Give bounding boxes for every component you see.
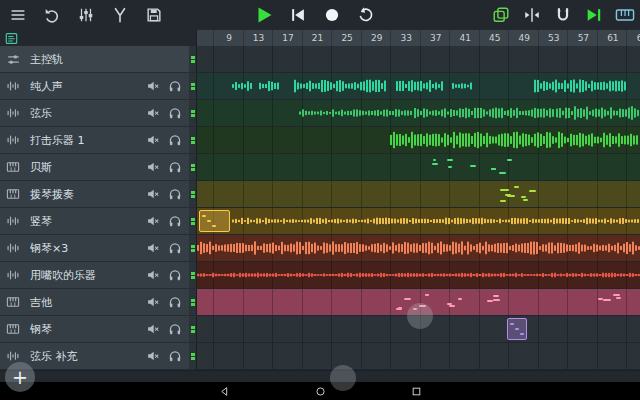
- audio-clip[interactable]: [396, 74, 445, 98]
- pattern-clip[interactable]: [507, 318, 527, 340]
- track-row: 用嘴吹的乐器: [0, 262, 640, 289]
- track-lane[interactable]: [197, 46, 640, 73]
- menu-icon[interactable]: [7, 4, 29, 26]
- monitor-button[interactable]: [164, 320, 186, 338]
- audio-clip[interactable]: [232, 74, 252, 98]
- midi-clip[interactable]: [419, 155, 534, 179]
- mute-button[interactable]: [142, 77, 164, 95]
- level-meter: [189, 127, 196, 153]
- monitor-button[interactable]: [164, 347, 186, 365]
- midi-note: [613, 294, 620, 296]
- mute-button[interactable]: [142, 239, 164, 257]
- monitor-button[interactable]: [164, 185, 186, 203]
- copy-icon[interactable]: [490, 4, 512, 26]
- tools-icon[interactable]: [109, 4, 131, 26]
- mute-button[interactable]: [142, 266, 164, 284]
- mixer-icon[interactable]: [75, 4, 97, 26]
- playlist-icon[interactable]: [5, 32, 18, 45]
- track-lane[interactable]: [197, 100, 640, 127]
- track-header[interactable]: 打击乐器 1: [0, 127, 197, 154]
- mute-button[interactable]: [142, 212, 164, 230]
- audio-clip[interactable]: [259, 74, 279, 98]
- monitor-button[interactable]: [164, 266, 186, 284]
- track-row: 吉他: [0, 289, 640, 316]
- mute-button[interactable]: [142, 131, 164, 149]
- piano-icon: [6, 186, 22, 202]
- midi-note: [499, 172, 506, 174]
- monitor-button[interactable]: [164, 104, 186, 122]
- track-lane[interactable]: [197, 235, 640, 262]
- track-lane[interactable]: [197, 154, 640, 181]
- audio-clip[interactable]: [299, 101, 414, 125]
- audio-clip[interactable]: [534, 74, 627, 98]
- level-meter: [189, 235, 196, 261]
- skip-start-icon[interactable]: [287, 4, 309, 26]
- track-name: 主控轨: [30, 52, 186, 67]
- pattern-clip[interactable]: [199, 210, 230, 232]
- audio-clip[interactable]: [390, 128, 640, 152]
- ruler-tick: 41: [456, 32, 474, 44]
- monitor-button[interactable]: [164, 131, 186, 149]
- track-header[interactable]: 纯人声: [0, 73, 197, 100]
- track-lane[interactable]: [197, 262, 640, 289]
- mute-button[interactable]: [142, 347, 164, 365]
- add-track-button[interactable]: +: [5, 362, 35, 392]
- record-icon[interactable]: [321, 4, 343, 26]
- midi-note: [404, 298, 411, 300]
- mute-button[interactable]: [142, 293, 164, 311]
- track-header[interactable]: 贝斯: [0, 154, 197, 181]
- midi-note: [433, 159, 436, 161]
- track-lane[interactable]: [197, 208, 640, 235]
- track-header[interactable]: 吉他: [0, 289, 197, 316]
- keyboard-icon[interactable]: [614, 4, 636, 26]
- mute-button[interactable]: [142, 185, 164, 203]
- track-lane[interactable]: [197, 73, 640, 100]
- save-icon[interactable]: [143, 4, 165, 26]
- monitor-button[interactable]: [164, 77, 186, 95]
- track-lane[interactable]: [197, 127, 640, 154]
- undo-icon[interactable]: [41, 4, 63, 26]
- track-header[interactable]: 用嘴吹的乐器: [0, 262, 197, 289]
- mute-button[interactable]: [142, 158, 164, 176]
- track-row: 钢琴: [0, 316, 640, 343]
- track-header[interactable]: 弦乐: [0, 100, 197, 127]
- wave-icon: [6, 240, 22, 256]
- track-name: 弦乐: [30, 106, 142, 121]
- track-lane[interactable]: [197, 343, 640, 370]
- audio-clip[interactable]: [294, 74, 387, 98]
- midi-note: [504, 189, 509, 191]
- bottom-strip: [0, 370, 640, 382]
- track-lane[interactable]: [197, 181, 640, 208]
- timeline-ruler[interactable]: 91317212529333741454953576165: [197, 30, 640, 46]
- monitor-button[interactable]: [164, 212, 186, 230]
- track-header[interactable]: 主控轨: [0, 46, 197, 73]
- audio-clip[interactable]: [414, 101, 556, 125]
- audio-clip[interactable]: [197, 236, 640, 260]
- magnet-icon[interactable]: [552, 4, 574, 26]
- midi-note: [202, 215, 206, 217]
- midi-clip[interactable]: [498, 182, 538, 206]
- audio-clip[interactable]: [232, 209, 640, 233]
- midi-clip[interactable]: [596, 290, 636, 314]
- monitor-button[interactable]: [164, 158, 186, 176]
- track-header[interactable]: 竖琴: [0, 208, 197, 235]
- audio-clip[interactable]: [197, 263, 640, 287]
- mute-button[interactable]: [142, 104, 164, 122]
- back-icon[interactable]: [217, 385, 231, 397]
- midi-note: [529, 190, 536, 192]
- track-header[interactable]: 钢琴×3: [0, 235, 197, 262]
- trim-icon[interactable]: [521, 4, 543, 26]
- monitor-button[interactable]: [164, 239, 186, 257]
- loop-icon[interactable]: [355, 4, 377, 26]
- audio-clip[interactable]: [556, 101, 640, 125]
- track-header[interactable]: 拨琴拨奏: [0, 181, 197, 208]
- monitor-button[interactable]: [164, 293, 186, 311]
- recent-icon[interactable]: [409, 385, 423, 397]
- track-header[interactable]: 钢琴: [0, 316, 197, 343]
- play-icon[interactable]: [253, 4, 275, 26]
- advance-icon[interactable]: [583, 4, 605, 26]
- home-icon[interactable]: [313, 385, 327, 397]
- wave-icon: [6, 132, 22, 148]
- audio-clip[interactable]: [452, 74, 472, 98]
- mute-button[interactable]: [142, 320, 164, 338]
